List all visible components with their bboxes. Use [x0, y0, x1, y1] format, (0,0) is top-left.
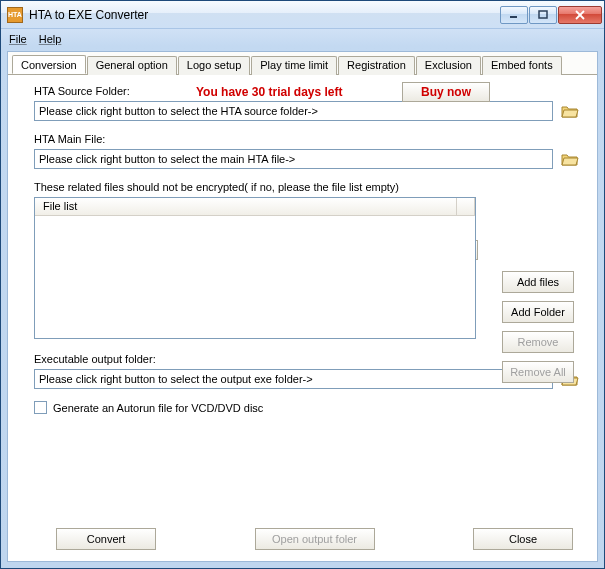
menu-help[interactable]: Help: [39, 33, 62, 45]
minimize-button[interactable]: [500, 6, 528, 24]
add-folder-button[interactable]: Add Folder: [502, 301, 574, 323]
remove-all-button[interactable]: Remove All: [502, 361, 574, 383]
related-files-label: These related files should not be encryp…: [34, 181, 399, 193]
tab-body-conversion: HTA Source Folder: You have 30 trial day…: [8, 75, 597, 562]
open-output-folder-button[interactable]: Open output foler: [255, 528, 375, 550]
tab-exclusion[interactable]: Exclusion: [416, 56, 481, 75]
tab-logo-setup[interactable]: Logo setup: [178, 56, 250, 75]
titlebar: HTA HTA to EXE Converter: [1, 1, 604, 29]
tab-general-option[interactable]: General option: [87, 56, 177, 75]
file-list[interactable]: File list: [34, 197, 476, 339]
file-list-buttons: Add files Add Folder Remove Remove All: [502, 271, 574, 383]
source-folder-input[interactable]: [34, 101, 553, 121]
autorun-checkbox[interactable]: [34, 401, 47, 414]
svg-rect-1: [539, 11, 547, 18]
file-list-col[interactable]: File list: [35, 198, 457, 215]
folder-open-icon: [561, 103, 579, 119]
trial-notice: You have 30 trial days left: [196, 85, 343, 99]
client-area: Conversion General option Logo setup Pla…: [7, 51, 598, 562]
tab-play-time-limit[interactable]: Play time limit: [251, 56, 337, 75]
app-icon: HTA: [7, 7, 23, 23]
menubar: File Help: [1, 29, 604, 49]
folder-open-icon: [561, 151, 579, 167]
source-folder-label: HTA Source Folder:: [34, 85, 130, 97]
maximize-button[interactable]: [529, 6, 557, 24]
file-list-col-spacer: [457, 198, 475, 215]
browse-main-file-button[interactable]: [559, 149, 581, 169]
tab-registration[interactable]: Registration: [338, 56, 415, 75]
tab-strip: Conversion General option Logo setup Pla…: [8, 52, 597, 75]
app-window: HTA HTA to EXE Converter File Help Conve…: [0, 0, 605, 569]
main-file-input[interactable]: [34, 149, 553, 169]
bottom-button-bar: Convert Open output foler Close: [8, 528, 597, 550]
autorun-checkbox-row: Generate an Autorun file for VCD/DVD dis…: [34, 401, 581, 414]
convert-button[interactable]: Convert: [56, 528, 156, 550]
main-file-label: HTA Main File:: [34, 133, 105, 145]
window-title: HTA to EXE Converter: [29, 8, 499, 22]
add-files-button[interactable]: Add files: [502, 271, 574, 293]
buy-now-button[interactable]: Buy now: [402, 82, 490, 102]
menu-file[interactable]: File: [9, 33, 27, 45]
close-app-button[interactable]: Close: [473, 528, 573, 550]
output-folder-label: Executable output folder:: [34, 353, 156, 365]
window-controls: [499, 6, 602, 24]
autorun-label: Generate an Autorun file for VCD/DVD dis…: [53, 402, 263, 414]
tab-embed-fonts[interactable]: Embed fonts: [482, 56, 562, 75]
close-button[interactable]: [558, 6, 602, 24]
file-list-header: File list: [35, 198, 475, 216]
tab-conversion[interactable]: Conversion: [12, 55, 86, 74]
remove-button[interactable]: Remove: [502, 331, 574, 353]
browse-source-folder-button[interactable]: [559, 101, 581, 121]
output-folder-input[interactable]: [34, 369, 553, 389]
